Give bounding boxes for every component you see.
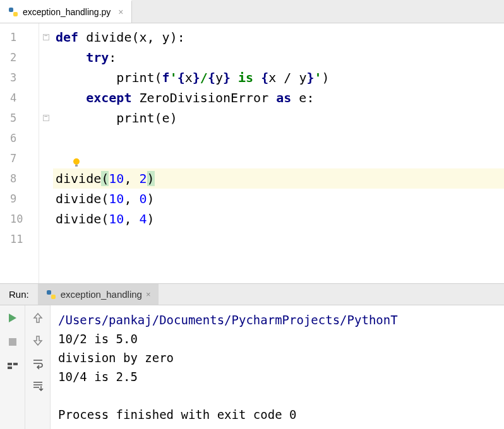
line-number: 11 [0, 229, 39, 249]
editor-tab[interactable]: exception_handling.py × [0, 0, 132, 23]
svg-rect-10 [8, 367, 12, 369]
line-number: 10 [0, 209, 39, 229]
python-file-icon [8, 6, 19, 18]
close-icon[interactable]: × [146, 290, 151, 299]
console-line: 10/2 is 5.0 [58, 329, 496, 348]
line-number: 8 [0, 168, 39, 189]
stop-icon[interactable] [6, 336, 19, 348]
run-header: Run: exception_handling × [0, 284, 504, 305]
run-toolbar-left [0, 305, 25, 429]
svg-point-2 [73, 158, 80, 165]
run-label: Run: [0, 289, 38, 300]
fold-gutter [39, 23, 53, 283]
up-arrow-icon[interactable] [32, 312, 44, 324]
layout-icon[interactable] [6, 360, 19, 372]
line-number: 2 [0, 47, 39, 68]
run-tool-window: Run: exception_handling × /Users/pankaj/… [0, 284, 504, 429]
svg-rect-3 [75, 165, 78, 167]
console-line: 10/4 is 2.5 [58, 367, 496, 386]
console-output[interactable]: /Users/pankaj/Documents/PycharmProjects/… [51, 305, 504, 429]
svg-rect-7 [9, 338, 16, 346]
run-body: /Users/pankaj/Documents/PycharmProjects/… [0, 305, 504, 429]
python-icon [45, 289, 57, 300]
fold-collapse-icon[interactable] [43, 115, 49, 121]
fold-collapse-icon[interactable] [43, 34, 49, 40]
rerun-icon[interactable] [6, 312, 19, 324]
run-config-name: exception_handling [61, 289, 142, 300]
svg-rect-0 [9, 8, 13, 12]
code-editor[interactable]: 1 2 3 4 5 6 7 8 9 10 11 def divide(x, y)… [0, 23, 504, 284]
intention-bulb-icon[interactable] [71, 154, 82, 165]
svg-rect-8 [8, 363, 12, 365]
soft-wrap-icon[interactable] [32, 357, 44, 370]
scroll-to-end-icon[interactable] [32, 380, 44, 392]
editor-tab-label: exception_handling.py [23, 7, 111, 17]
svg-rect-4 [47, 290, 51, 295]
svg-rect-9 [13, 363, 18, 365]
line-number: 9 [0, 189, 39, 209]
console-exit-line: Process finished with exit code 0 [58, 405, 496, 424]
console-line [58, 386, 496, 405]
code-content[interactable]: def divide(x, y): try: print(f'{x}/{y} i… [53, 23, 504, 283]
svg-rect-1 [13, 12, 18, 16]
editor-tab-bar: exception_handling.py × [0, 0, 504, 23]
svg-rect-5 [51, 295, 56, 299]
down-arrow-icon[interactable] [32, 334, 44, 347]
line-number: 6 [0, 128, 39, 148]
line-number: 1 [0, 27, 39, 47]
line-number: 7 [0, 148, 39, 168]
run-toolbar-right [25, 305, 51, 429]
console-line: division by zero [58, 348, 496, 367]
line-number: 5 [0, 108, 39, 128]
console-path: /Users/pankaj/Documents/PycharmProjects/… [58, 310, 496, 329]
close-icon[interactable]: × [118, 7, 123, 17]
line-number: 3 [0, 68, 39, 88]
line-number: 4 [0, 88, 39, 108]
svg-marker-6 [9, 314, 16, 322]
run-config-tab[interactable]: exception_handling × [38, 284, 159, 305]
line-number-gutter: 1 2 3 4 5 6 7 8 9 10 11 [0, 23, 39, 283]
